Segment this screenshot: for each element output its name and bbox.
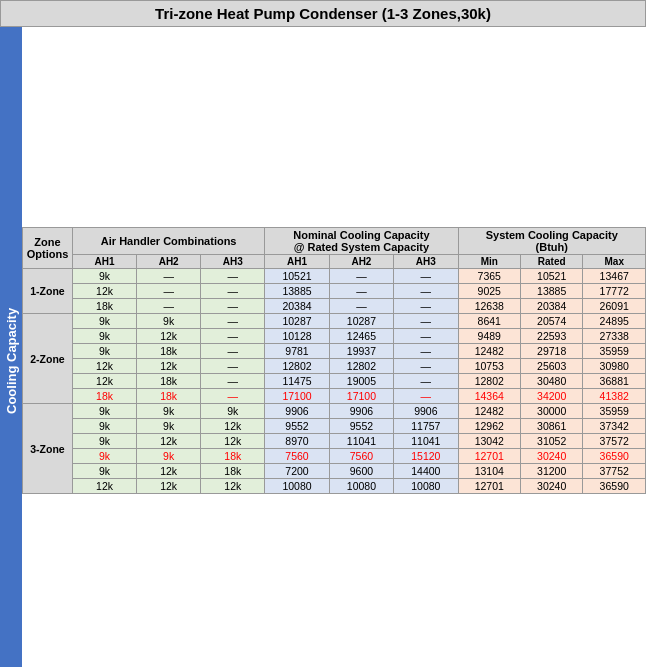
data-cell: 34200 [520,389,582,404]
data-cell: 35959 [583,404,646,419]
table-row: 9k18k—978119937—124822971835959 [23,344,646,359]
data-cell: 12962 [458,419,520,434]
table-row: 2-Zone9k9k—1028710287—86412057424895 [23,314,646,329]
data-cell: 22593 [520,329,582,344]
data-cell: 36590 [583,449,646,464]
data-cell: 20574 [520,314,582,329]
data-cell: — [394,344,458,359]
data-cell: 18k [73,299,137,314]
data-cell: 9k [73,344,137,359]
data-cell: 10080 [394,479,458,494]
data-cell: 9k [137,449,201,464]
data-cell: — [329,269,393,284]
data-cell: 9025 [458,284,520,299]
data-cell: — [394,359,458,374]
data-cell: 20384 [265,299,329,314]
data-cell: 31052 [520,434,582,449]
data-cell: 31200 [520,464,582,479]
data-cell: 13042 [458,434,520,449]
data-cell: — [394,284,458,299]
data-cell: 25603 [520,359,582,374]
data-cell: 10521 [520,269,582,284]
cooling-min-header: Min [458,255,520,269]
data-cell: 9k [201,404,265,419]
data-cell: 30240 [520,479,582,494]
data-cell: 12k [137,359,201,374]
cooling-n-ah2-header: AH2 [329,255,393,269]
data-cell: 7365 [458,269,520,284]
data-cell: 10753 [458,359,520,374]
data-cell: 35959 [583,344,646,359]
zone-cell: 1-Zone [23,269,73,314]
data-cell: 12482 [458,404,520,419]
data-cell: 12k [201,434,265,449]
data-cell: 14364 [458,389,520,404]
data-cell: 30980 [583,359,646,374]
data-cell: 9k [137,404,201,419]
table-row: 1-Zone9k——10521——73651052113467 [23,269,646,284]
data-cell: 12465 [329,329,393,344]
data-cell: — [394,299,458,314]
data-cell: 19005 [329,374,393,389]
data-cell: 27338 [583,329,646,344]
data-cell: 10128 [265,329,329,344]
data-cell: 9k [73,434,137,449]
data-cell: 7560 [265,449,329,464]
cooling-ah1-header: AH1 [73,255,137,269]
data-cell: 9552 [265,419,329,434]
data-cell: 9906 [329,404,393,419]
cooling-zone-header: ZoneOptions [23,228,73,269]
data-cell: 36590 [583,479,646,494]
data-cell: 37342 [583,419,646,434]
data-cell: 13467 [583,269,646,284]
data-cell: 12k [137,329,201,344]
cooling-max-header: Max [583,255,646,269]
data-cell: 17100 [265,389,329,404]
data-cell: 30240 [520,449,582,464]
data-cell: 19937 [329,344,393,359]
data-cell: — [201,269,265,284]
zone-cell: 2-Zone [23,314,73,404]
data-cell: 9k [73,404,137,419]
data-cell: 17772 [583,284,646,299]
data-cell: 12k [73,284,137,299]
data-cell: 11041 [329,434,393,449]
data-cell: 9906 [265,404,329,419]
data-cell: 18k [73,389,137,404]
data-cell: 18k [137,389,201,404]
cooling-ah2-header: AH2 [137,255,201,269]
data-cell: 14400 [394,464,458,479]
data-cell: 15120 [394,449,458,464]
table-row: 18k——20384——126382038426091 [23,299,646,314]
data-cell: 30480 [520,374,582,389]
table-row: 12k12k12k100801008010080127013024036590 [23,479,646,494]
data-cell: 9k [73,464,137,479]
data-cell: — [329,299,393,314]
data-cell: 12k [137,464,201,479]
data-cell: 10080 [329,479,393,494]
data-cell: — [137,299,201,314]
table-row: 3-Zone9k9k9k990699069906124823000035959 [23,404,646,419]
cooling-nominal-group-header: Nominal Cooling Capacity@ Rated System C… [265,228,458,255]
data-cell: — [201,374,265,389]
data-cell: 9906 [394,404,458,419]
data-cell: 11757 [394,419,458,434]
data-cell: — [137,284,201,299]
data-cell: — [394,374,458,389]
data-cell: 12k [137,479,201,494]
data-cell: — [329,284,393,299]
data-cell: 26091 [583,299,646,314]
data-cell: 10521 [265,269,329,284]
data-cell: 10080 [265,479,329,494]
data-cell: 18k [201,464,265,479]
cooling-ah-group-header: Air Handler Combinations [73,228,265,255]
table-row: 12k——13885——90251388517772 [23,284,646,299]
data-cell: 12802 [265,359,329,374]
data-cell: 7200 [265,464,329,479]
data-cell: 12802 [458,374,520,389]
data-cell: 8641 [458,314,520,329]
data-cell: — [394,329,458,344]
data-cell: 13104 [458,464,520,479]
data-cell: 18k [137,374,201,389]
main-title: Tri-zone Heat Pump Condenser (1-3 Zones,… [0,0,646,27]
